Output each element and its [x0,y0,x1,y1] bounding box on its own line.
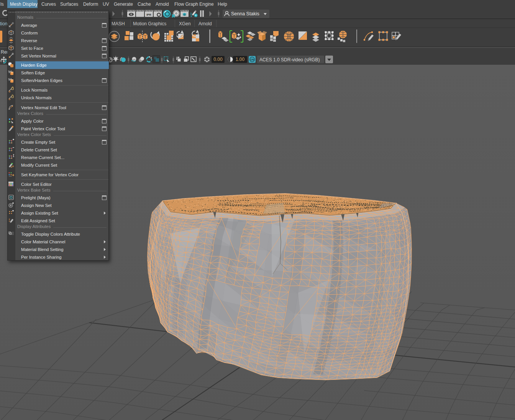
svg-text:ON: ON [250,58,254,61]
svg-text:IPR: IPR [146,13,151,16]
